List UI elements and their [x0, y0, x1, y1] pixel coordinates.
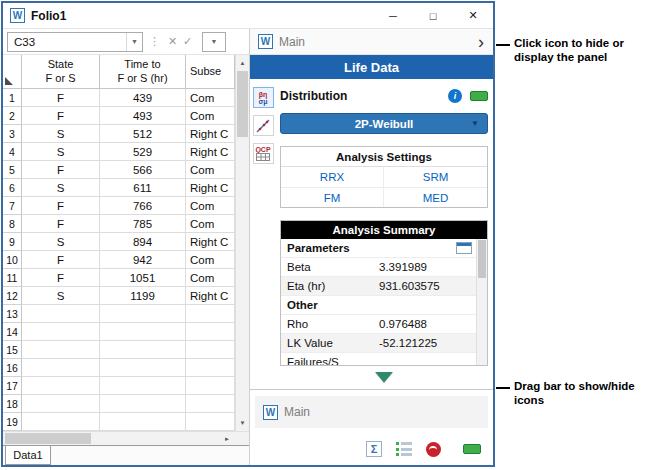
grid-cell-state[interactable]: F	[22, 107, 100, 125]
grid-cell-state[interactable]	[22, 305, 100, 323]
info-icon[interactable]: i	[448, 89, 462, 103]
grid-cell-state[interactable]: S	[22, 125, 100, 143]
probability-plot-icon[interactable]	[253, 115, 274, 136]
grid-cell-time[interactable]: 493	[100, 107, 186, 125]
grid-cell-state[interactable]: F	[22, 251, 100, 269]
row-header[interactable]: 7	[3, 197, 22, 215]
select-all-corner[interactable]	[3, 55, 22, 89]
row-header[interactable]: 11	[3, 269, 22, 287]
row-header[interactable]: 3	[3, 125, 22, 143]
grid-cell-time[interactable]	[100, 323, 186, 341]
grid-cell-state[interactable]: S	[22, 287, 100, 305]
grid-cell-time[interactable]: 785	[100, 215, 186, 233]
row-header[interactable]: 19	[3, 413, 22, 431]
horizontal-scroll-thumb[interactable]	[5, 433, 91, 444]
grid-cell-subset[interactable]: Right C	[186, 143, 235, 161]
grid-cell-subset[interactable]	[186, 395, 235, 413]
row-header[interactable]: 18	[3, 395, 22, 413]
horizontal-scrollbar[interactable]: ►	[3, 431, 249, 445]
grid-cell-time[interactable]	[100, 377, 186, 395]
grid-cell-state[interactable]	[22, 341, 100, 359]
drag-bar-triangle-icon[interactable]	[375, 372, 393, 383]
grid-cell-subset[interactable]	[186, 341, 235, 359]
distribution-tool-icon[interactable]: βη σμ	[253, 87, 274, 108]
settings-list-icon[interactable]	[396, 442, 412, 456]
grid-cell-time[interactable]: 439	[100, 89, 186, 107]
row-header[interactable]: 1	[3, 89, 22, 107]
sheet-tab-data1[interactable]: Data1	[5, 446, 51, 465]
chevron-down-icon[interactable]: ▼	[126, 33, 142, 51]
grid-cell-state[interactable]	[22, 395, 100, 413]
column-header-time[interactable]: Time to F or S (hr)	[100, 55, 186, 89]
row-header[interactable]: 16	[3, 359, 22, 377]
panel-collapse-chevron-icon[interactable]: ›	[478, 34, 484, 50]
setting-option-med[interactable]: MED	[384, 187, 487, 207]
row-header[interactable]: 13	[3, 305, 22, 323]
column-header-state[interactable]: State F or S	[22, 55, 100, 89]
grid-cell-time[interactable]	[100, 359, 186, 377]
reliasoft-logo-icon[interactable]	[426, 442, 441, 457]
analysis-summary-icon[interactable]: Σ	[366, 441, 382, 457]
grid-cell-subset[interactable]	[186, 323, 235, 341]
grid-cell-subset[interactable]: Right C	[186, 233, 235, 251]
setting-option-srm[interactable]: SRM	[384, 167, 487, 187]
grid-cell-state[interactable]	[22, 323, 100, 341]
setting-option-fm[interactable]: FM	[281, 187, 384, 207]
summary-scroll-thumb[interactable]	[478, 240, 486, 278]
grid-cell-time[interactable]	[100, 341, 186, 359]
grid-cell-subset[interactable]: Com	[186, 251, 235, 269]
grid-cell-state[interactable]	[22, 413, 100, 431]
grid-cell-state[interactable]: F	[22, 89, 100, 107]
grid-cell-subset[interactable]: Com	[186, 215, 235, 233]
row-header[interactable]: 5	[3, 161, 22, 179]
setting-option-rrx[interactable]: RRX	[281, 167, 384, 187]
grid-cell-time[interactable]: 611	[100, 179, 186, 197]
row-header[interactable]: 10	[3, 251, 22, 269]
cell-reference-box[interactable]: C33 ▼	[7, 32, 143, 52]
grid-cell-state[interactable]: F	[22, 161, 100, 179]
row-header[interactable]: 12	[3, 287, 22, 305]
scroll-down-icon[interactable]: ▼	[236, 416, 249, 430]
grid-cell-time[interactable]: 942	[100, 251, 186, 269]
minimize-button[interactable]: ─	[373, 3, 413, 28]
grid-cell-time[interactable]: 894	[100, 233, 186, 251]
grid-cell-time[interactable]: 1051	[100, 269, 186, 287]
grid-cell-time[interactable]	[100, 305, 186, 323]
grid-cell-state[interactable]: F	[22, 215, 100, 233]
grid-cell-time[interactable]	[100, 413, 186, 431]
grid-cell-subset[interactable]	[186, 377, 235, 395]
grid-cell-subset[interactable]: Com	[186, 89, 235, 107]
open-in-window-icon[interactable]	[456, 242, 472, 254]
formula-dropdown-button[interactable]: ▼	[202, 32, 226, 52]
summary-scrollbar[interactable]	[476, 239, 487, 365]
row-header[interactable]: 14	[3, 323, 22, 341]
row-header[interactable]: 15	[3, 341, 22, 359]
grid-cell-state[interactable]: F	[22, 197, 100, 215]
grid-cell-time[interactable]	[100, 395, 186, 413]
grid-cell-subset[interactable]	[186, 305, 235, 323]
grid-cell-subset[interactable]: Right C	[186, 179, 235, 197]
maximize-button[interactable]: □	[413, 3, 453, 28]
grid-cell-subset[interactable]: Com	[186, 107, 235, 125]
grid-cell-time[interactable]: 566	[100, 161, 186, 179]
row-header[interactable]: 17	[3, 377, 22, 395]
confirm-entry-button[interactable]: ✓	[180, 35, 195, 48]
grid-cell-subset[interactable]: Com	[186, 197, 235, 215]
grid-cell-subset[interactable]	[186, 413, 235, 431]
row-header[interactable]: 2	[3, 107, 22, 125]
cancel-entry-button[interactable]: ✕	[165, 35, 180, 48]
grid-cell-state[interactable]: S	[22, 179, 100, 197]
distribution-dropdown[interactable]: 2P-Weibull ▼	[280, 113, 488, 134]
bottom-main-bar[interactable]: W Main	[255, 396, 488, 428]
grid-cell-subset[interactable]: Right C	[186, 287, 235, 305]
grid-cell-state[interactable]: S	[22, 233, 100, 251]
grid-cell-subset[interactable]: Com	[186, 161, 235, 179]
grid-cell-state[interactable]: F	[22, 269, 100, 287]
grid-cell-time[interactable]: 512	[100, 125, 186, 143]
row-header[interactable]: 6	[3, 179, 22, 197]
grid-cell-state[interactable]	[22, 377, 100, 395]
grid-cell-subset[interactable]: Com	[186, 269, 235, 287]
row-header[interactable]: 4	[3, 143, 22, 161]
grid-cell-subset[interactable]	[186, 359, 235, 377]
grid-cell-time[interactable]: 1199	[100, 287, 186, 305]
